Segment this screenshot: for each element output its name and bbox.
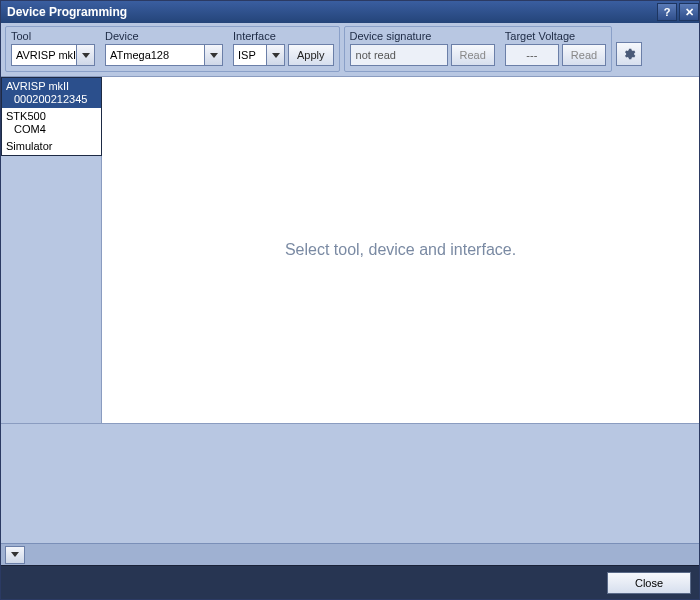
close-window-button[interactable]: ✕ bbox=[679, 3, 699, 21]
voltage-text: --- bbox=[505, 44, 559, 66]
window-title: Device Programming bbox=[7, 5, 127, 19]
interface-combobox[interactable]: ISP bbox=[233, 44, 285, 66]
tool-dropdown-button[interactable] bbox=[76, 45, 94, 65]
read-voltage-button[interactable]: Read bbox=[562, 44, 606, 66]
chevron-down-icon bbox=[272, 53, 280, 58]
tool-option-simulator[interactable]: Simulator bbox=[2, 138, 101, 155]
device-field: Device ATmega128 bbox=[105, 30, 223, 66]
center-pane: Select tool, device and interface. bbox=[102, 77, 699, 423]
apply-button[interactable]: Apply bbox=[288, 44, 334, 66]
device-programming-window: Device Programming ? ✕ Tool AVRISP mkII bbox=[0, 0, 700, 600]
help-button[interactable]: ? bbox=[657, 3, 677, 21]
expand-button[interactable] bbox=[5, 546, 25, 564]
signature-field: Device signature not read Read bbox=[350, 30, 495, 66]
titlebar: Device Programming ? ✕ bbox=[1, 1, 699, 23]
device-value: ATmega128 bbox=[106, 49, 204, 61]
gear-icon bbox=[622, 47, 636, 61]
voltage-field: Target Voltage --- Read bbox=[505, 30, 606, 66]
signature-voltage-group: Device signature not read Read Target Vo… bbox=[344, 26, 613, 72]
tool-label: Tool bbox=[11, 30, 95, 42]
close-button[interactable]: Close bbox=[607, 572, 691, 594]
interface-value: ISP bbox=[234, 49, 266, 61]
tool-field: Tool AVRISP mkII bbox=[11, 30, 95, 66]
tool-device-group: Tool AVRISP mkII Device ATmega128 bbox=[5, 26, 340, 72]
tool-combobox[interactable]: AVRISP mkII bbox=[11, 44, 95, 66]
interface-label: Interface bbox=[233, 30, 334, 42]
interface-dropdown-button[interactable] bbox=[266, 45, 284, 65]
toolbar: Tool AVRISP mkII Device ATmega128 bbox=[1, 23, 699, 77]
bottom-panel bbox=[1, 423, 699, 543]
chevron-down-icon bbox=[210, 53, 218, 58]
device-combobox[interactable]: ATmega128 bbox=[105, 44, 223, 66]
signature-text: not read bbox=[350, 44, 448, 66]
tool-option-stk500[interactable]: STK500 COM4 bbox=[2, 108, 101, 138]
tool-dropdown-list[interactable]: AVRISP mkII 000200212345 STK500 COM4 Sim… bbox=[1, 77, 102, 156]
voltage-value: --- bbox=[506, 49, 558, 61]
status-strip bbox=[1, 543, 699, 565]
tool-value: AVRISP mkII bbox=[12, 49, 76, 61]
main-area: Select tool, device and interface. AVRIS… bbox=[1, 77, 699, 423]
signature-value: not read bbox=[351, 49, 447, 61]
interface-field: Interface ISP Apply bbox=[233, 30, 334, 66]
settings-button[interactable] bbox=[616, 42, 642, 66]
chevron-down-icon bbox=[11, 552, 19, 557]
footer-bar: Close bbox=[1, 565, 699, 599]
signature-label: Device signature bbox=[350, 30, 495, 42]
voltage-label: Target Voltage bbox=[505, 30, 606, 42]
read-signature-button[interactable]: Read bbox=[451, 44, 495, 66]
placeholder-text: Select tool, device and interface. bbox=[285, 241, 516, 259]
tool-option-avrisp[interactable]: AVRISP mkII 000200212345 bbox=[2, 78, 101, 108]
chevron-down-icon bbox=[82, 53, 90, 58]
device-dropdown-button[interactable] bbox=[204, 45, 222, 65]
device-label: Device bbox=[105, 30, 223, 42]
